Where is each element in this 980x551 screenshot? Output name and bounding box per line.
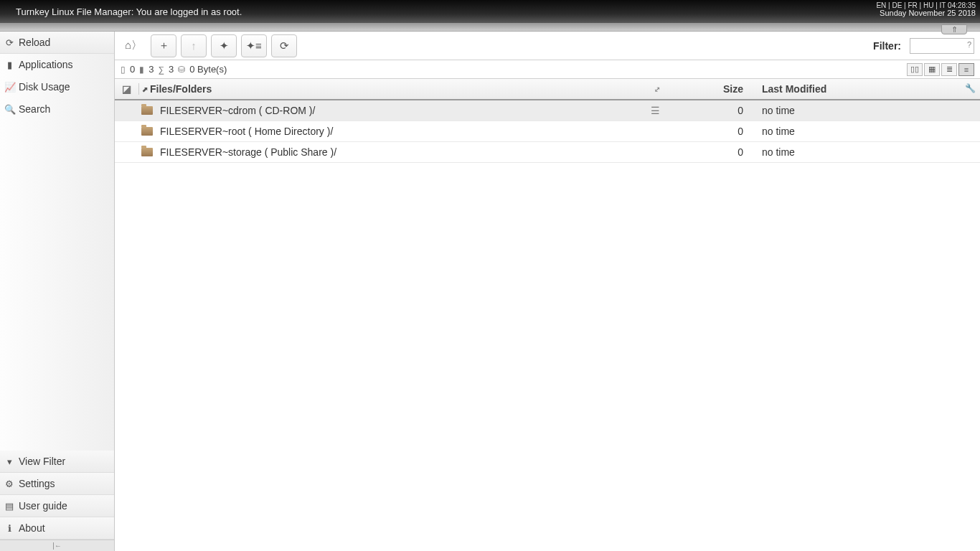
column-name[interactable]: ⬈ Files/Folders ⤢ <box>138 83 664 95</box>
column-label: Size <box>723 83 743 95</box>
row-menu-icon[interactable]: ☰ <box>651 105 660 116</box>
view-list-button[interactable]: ≣ <box>941 63 957 76</box>
filter-input[interactable] <box>910 38 974 54</box>
row-size: 0 <box>664 105 758 116</box>
column-modified[interactable]: Last Modified 🔧 <box>758 83 980 95</box>
table-row[interactable]: FILESERVER~root ( Home Directory )/0no t… <box>115 121 980 142</box>
top-bar: Turnkey Linux File Manager: You are logg… <box>0 0 980 23</box>
column-size[interactable]: Size <box>664 83 758 95</box>
column-header: ◪ ⬈ Files/Folders ⤢ Size Last Modified 🔧 <box>115 79 980 100</box>
sidebar-item-label: Settings <box>19 478 55 489</box>
sidebar-item-reload[interactable]: ⟳ Reload <box>0 32 114 54</box>
folder-icon <box>141 106 153 115</box>
folder-icon <box>141 148 153 156</box>
refresh-button[interactable]: ⟳ <box>271 34 297 57</box>
sidebar-item-label: View Filter <box>19 456 65 467</box>
disk-icon: ⛁ <box>178 65 185 75</box>
chart-icon: 📈 <box>4 82 14 93</box>
row-name: FILESERVER~storage ( Public Share )/ <box>160 146 336 158</box>
row-modified: no time <box>758 126 980 137</box>
star-list-icon: ✦≡ <box>246 39 262 52</box>
sidebar-item-label: Search <box>19 103 50 115</box>
sidebar-collapse[interactable]: |← <box>0 540 114 551</box>
gear-icon: ⚙ <box>4 479 14 489</box>
current-date: Sunday November 25 2018 <box>880 9 976 17</box>
status-bar: ▯ 0 ▮ 3 ∑ 3 ⛁ 0 Byte(s) ▯▯ ▦ ≣ ≡ <box>115 60 980 79</box>
sidebar-item-search[interactable]: 🔍 Search <box>0 98 114 121</box>
search-icon: 🔍 <box>4 104 14 115</box>
sidebar-item-user-guide[interactable]: ▤ User guide <box>0 495 114 517</box>
sidebar-item-applications[interactable]: ▮ Applications <box>0 54 114 76</box>
plus-icon: ＋ <box>159 39 169 52</box>
sidebar-item-view-filter[interactable]: ▾ View Filter <box>0 451 114 473</box>
row-modified: no time <box>758 146 980 158</box>
file-list: FILESERVER~cdrom ( CD-ROM )/☰0no timeFIL… <box>115 100 980 163</box>
table-row[interactable]: FILESERVER~cdrom ( CD-ROM )/☰0no time <box>115 100 980 121</box>
bookmark-list-button[interactable]: ✦≡ <box>241 34 267 57</box>
file-icon: ▯ <box>121 65 126 75</box>
reload-icon: ⟳ <box>4 37 14 48</box>
refresh-icon: ⟳ <box>280 39 289 52</box>
toolbar: ⌂〉 ＋ ↑ ✦ ✦≡ ⟳ Filter: ? <box>115 32 980 60</box>
view-details-button[interactable]: ≡ <box>958 63 974 76</box>
folder-icon <box>141 127 153 136</box>
filter-label: Filter: <box>873 40 901 52</box>
page-title: Turnkey Linux File Manager: You are logg… <box>16 6 964 17</box>
new-button[interactable]: ＋ <box>151 34 176 57</box>
row-name: FILESERVER~cdrom ( CD-ROM )/ <box>160 105 315 116</box>
row-name: FILESERVER~root ( Home Directory )/ <box>160 126 333 137</box>
sidebar-item-label: User guide <box>19 500 67 512</box>
view-columns-button[interactable]: ▯▯ <box>907 63 923 76</box>
file-count: 0 <box>130 64 135 75</box>
main-panel: ⌂〉 ＋ ↑ ✦ ✦≡ ⟳ Filter: ? ▯ 0 ▮ 3 ∑ 3 ⛁ 0 … <box>115 32 980 551</box>
bookmark-add-button[interactable]: ✦ <box>211 34 237 57</box>
wrench-icon[interactable]: 🔧 <box>965 83 976 93</box>
column-label: Last Modified <box>762 83 826 95</box>
total-size: 0 Byte(s) <box>189 64 227 75</box>
sidebar: ⟳ Reload ▮ Applications 📈 Disk Usage 🔍 S… <box>0 32 115 551</box>
sidebar-item-about[interactable]: ℹ About <box>0 517 114 540</box>
sidebar-item-label: Applications <box>19 59 73 70</box>
row-size: 0 <box>664 146 758 158</box>
applications-icon: ▮ <box>4 60 14 70</box>
sidebar-item-label: About <box>19 522 45 534</box>
arrow-up-icon: ↑ <box>191 39 197 52</box>
sidebar-item-settings[interactable]: ⚙ Settings <box>0 473 114 495</box>
sidebar-item-label: Disk Usage <box>19 81 70 93</box>
table-row[interactable]: FILESERVER~storage ( Public Share )/0no … <box>115 142 980 163</box>
sidebar-item-label: Reload <box>19 37 50 48</box>
home-button[interactable]: ⌂〉 <box>121 34 146 57</box>
shelf-toggle[interactable]: ⇑ <box>941 24 967 34</box>
filter-icon: ▾ <box>4 456 14 467</box>
expand-icon[interactable]: ⤢ <box>654 85 660 93</box>
view-grid-button[interactable]: ▦ <box>924 63 940 76</box>
sort-icon: ⬈ <box>142 85 148 93</box>
up-button[interactable]: ↑ <box>181 34 207 57</box>
home-icon: ⌂〉 <box>125 39 142 52</box>
help-icon[interactable]: ? <box>967 40 971 49</box>
sum-icon: ∑ <box>158 65 164 75</box>
view-mode-buttons: ▯▯ ▦ ≣ ≡ <box>907 63 974 76</box>
folder-icon: ▮ <box>139 65 144 75</box>
book-icon: ▤ <box>4 501 14 512</box>
folder-count: 3 <box>149 64 154 75</box>
info-icon: ℹ <box>4 523 14 534</box>
shelf-bar <box>0 23 980 32</box>
column-label: Files/Folders <box>150 83 212 95</box>
row-modified: no time <box>758 105 980 116</box>
select-all-checkbox[interactable]: ◪ <box>115 83 138 95</box>
row-size: 0 <box>664 126 758 137</box>
total-count: 3 <box>169 64 174 75</box>
star-plus-icon: ✦ <box>220 39 229 52</box>
sidebar-item-disk-usage[interactable]: 📈 Disk Usage <box>0 76 114 98</box>
